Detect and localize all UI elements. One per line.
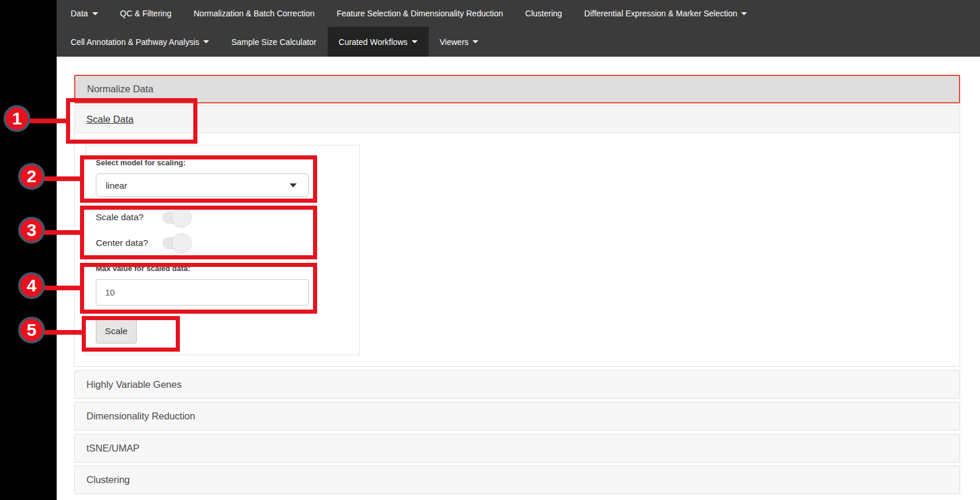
scale-data-toggle-label: Scale data? — [96, 212, 162, 223]
nav-item-label: Viewers — [440, 37, 469, 47]
center-data-toggle-row: Center data? — [96, 233, 192, 253]
nav-item-label: QC & Filtering — [120, 9, 172, 18]
nav-item-qc-filtering[interactable]: QC & Filtering — [109, 0, 183, 27]
scaling-model-selected-value: linear — [106, 180, 127, 190]
scale-form-card: Select model for scaling: linear Scale d… — [85, 145, 360, 355]
nav-item-label: Differential Expression & Marker Selecti… — [584, 9, 737, 18]
accordion-panel-scale-data: Scale Data Select model for scaling: lin… — [74, 105, 960, 367]
accordion-header-label: tSNE/UMAP — [86, 443, 140, 453]
nav-item-data[interactable]: Data — [60, 0, 109, 27]
app-window: Data QC & Filtering Normalization & Batc… — [0, 0, 980, 500]
nav-item-viewers[interactable]: Viewers — [429, 27, 490, 57]
accordion-header-label: Scale Data — [86, 114, 134, 124]
accordion-header-label: Clustering — [86, 474, 130, 485]
scale-button[interactable]: Scale — [96, 319, 137, 343]
navbar-row-1: Data QC & Filtering Normalization & Batc… — [57, 0, 980, 27]
accordion-header-dimensionality-reduction[interactable]: Dimensionality Reduction — [74, 402, 960, 430]
max-value-input[interactable] — [96, 279, 309, 305]
caret-down-icon — [741, 12, 747, 15]
nav-item-clustering[interactable]: Clustering — [514, 0, 573, 27]
center-data-toggle-label: Center data? — [96, 238, 162, 248]
accordion-header-clustering[interactable]: Clustering — [74, 466, 960, 494]
nav-item-curated-workflows[interactable]: Curated Workflows — [328, 27, 429, 57]
nav-item-label: Normalization & Batch Correction — [194, 9, 315, 18]
toggle-knob — [172, 233, 192, 253]
scale-data-toggle[interactable] — [162, 207, 192, 227]
accordion-header-label: Dimensionality Reduction — [86, 411, 195, 421]
select-model-label: Select model for scaling: — [96, 158, 186, 167]
top-navbar: Data QC & Filtering Normalization & Batc… — [57, 0, 980, 57]
accordion-header-tsne-umap[interactable]: tSNE/UMAP — [74, 434, 960, 463]
accordion-header-label: Normalize Data — [87, 84, 154, 94]
scaling-model-select[interactable]: linear — [96, 173, 309, 197]
nav-item-cell-annotation-pathway-analysis[interactable]: Cell Annotation & Pathway Analysis — [60, 27, 220, 57]
accordion-header-scale-data[interactable]: Scale Data — [75, 106, 960, 133]
nav-item-label: Clustering — [525, 9, 562, 18]
nav-item-label: Cell Annotation & Pathway Analysis — [71, 37, 199, 47]
nav-item-label: Curated Workflows — [339, 37, 408, 47]
max-value-label: Max value for scaled data: — [96, 264, 190, 273]
scale-data-toggle-row: Scale data? — [96, 207, 192, 227]
nav-item-differential-expression-marker-selection[interactable]: Differential Expression & Marker Selecti… — [573, 0, 758, 27]
dropdown-caret-icon — [290, 183, 297, 188]
navbar-row-2: Cell Annotation & Pathway Analysis Sampl… — [57, 27, 980, 57]
nav-item-sample-size-calculator[interactable]: Sample Size Calculator — [220, 27, 328, 57]
accordion-header-highly-variable-genes[interactable]: Highly Variable Genes — [74, 370, 960, 399]
nav-item-normalization-batch-correction[interactable]: Normalization & Batch Correction — [183, 0, 326, 27]
accordion-header-label: Highly Variable Genes — [86, 379, 182, 390]
left-black-rail — [0, 0, 57, 500]
toggle-knob — [172, 207, 192, 227]
accordion-header-normalize-data[interactable]: Normalize Data — [74, 75, 960, 103]
caret-down-icon — [472, 40, 478, 43]
nav-item-label: Sample Size Calculator — [231, 37, 317, 47]
caret-down-icon — [92, 12, 98, 15]
caret-down-icon — [203, 40, 209, 43]
nav-item-feature-selection-dimensionality-reduction[interactable]: Feature Selection & Dimensionality Reduc… — [325, 0, 514, 27]
nav-item-label: Feature Selection & Dimensionality Reduc… — [336, 9, 503, 18]
nav-item-label: Data — [71, 9, 88, 18]
center-data-toggle[interactable] — [162, 233, 192, 253]
caret-down-icon — [412, 40, 418, 43]
